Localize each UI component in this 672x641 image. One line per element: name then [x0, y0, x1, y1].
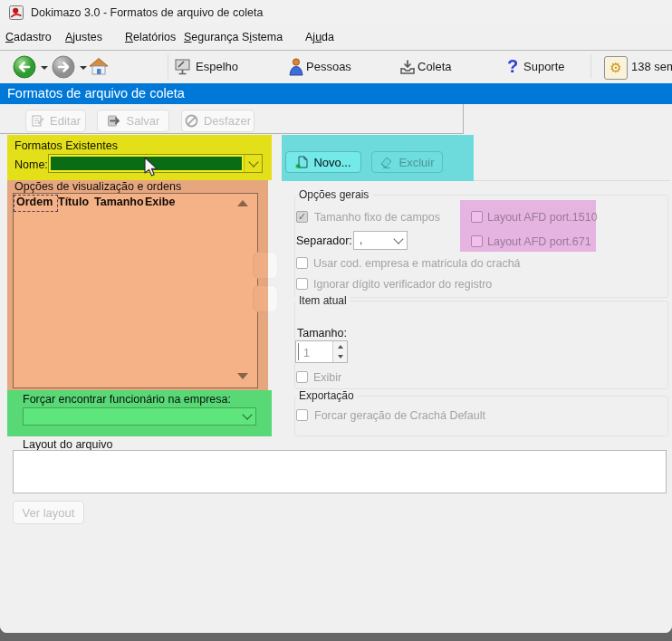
exibir-checkbox[interactable] — [296, 371, 308, 383]
chevron-down-icon — [393, 234, 403, 244]
forward-button[interactable] — [52, 55, 75, 79]
tamanho-fixo-checkbox[interactable]: ✓ — [296, 211, 308, 223]
desfazer-button[interactable]: Desfazer — [181, 110, 254, 132]
exportacao-label: Exportação — [295, 389, 358, 402]
ver-layout-button[interactable]: Ver layout — [13, 501, 84, 524]
separador-combobox-arrow[interactable] — [389, 232, 407, 249]
menu-seguranca[interactable]: Segurança — [184, 25, 238, 50]
list-col-titulo: Título — [58, 196, 89, 208]
toolbar-pessoas[interactable]: Pessoas — [306, 51, 351, 83]
menu-relatorios[interactable]: Relatórios — [125, 25, 176, 50]
toolbar-separator — [168, 54, 168, 79]
item-atual-label: Item atual — [295, 294, 350, 307]
mouse-cursor — [143, 157, 158, 178]
screen: Dokimazo 3.0 - Formatos de arquivo de co… — [0, 0, 672, 641]
opcoes-gerais-label: Opções gerais — [295, 188, 372, 201]
layout-671-checkbox[interactable] — [471, 235, 483, 247]
app-window: Dokimazo 3.0 - Formatos de arquivo de co… — [0, 0, 672, 633]
spinner-up-button[interactable] — [333, 341, 347, 352]
layout-arquivo-textarea[interactable] — [13, 450, 667, 493]
tamanho-value: 1 — [298, 343, 332, 360]
eraser-icon — [379, 155, 394, 169]
toolbar-coleta[interactable]: Coleta — [418, 51, 452, 83]
chevron-down-icon — [242, 409, 252, 419]
panel-divider — [474, 180, 670, 181]
usar-cod-label: Usar cod. empresa e matricula do crachá — [313, 257, 521, 270]
toolbar-status: 138 sem — [631, 51, 672, 83]
save-icon — [107, 114, 121, 128]
layout-671-label: Layout AFD port.671 — [487, 235, 591, 248]
ordem-list[interactable] — [13, 193, 258, 388]
nome-combobox-arrow[interactable] — [244, 155, 262, 172]
salvar-button[interactable]: Salvar — [97, 110, 169, 132]
main-content: Editar Salvar Desfazer Formatos Existent… — [0, 104, 672, 633]
usar-cod-checkbox[interactable] — [296, 257, 308, 269]
back-dropdown-caret[interactable] — [41, 66, 48, 70]
suporte-icon[interactable]: ? — [507, 56, 518, 77]
layout-arquivo-label: Layout do arquivo — [23, 438, 112, 451]
opcoes-visualizacao-label: Opções de visualização e ordens — [14, 180, 181, 193]
menu-cadastro[interactable]: Cadastro — [5, 25, 52, 50]
item-atual-groupbox — [294, 301, 668, 389]
pessoas-icon[interactable] — [287, 57, 305, 77]
toolbar-separator — [590, 54, 591, 79]
app-icon — [9, 5, 24, 20]
page-title: Formatos de arquivo de coleta — [0, 83, 672, 104]
funcionario-combobox[interactable] — [23, 407, 256, 426]
menu-sistema[interactable]: Sistema — [242, 25, 283, 50]
tamanho-fixo-label: Tamanho fixo de campos — [314, 211, 440, 224]
menu-ajuda[interactable]: Ajuda — [305, 25, 334, 50]
new-document-icon — [295, 155, 309, 169]
scroll-down-icon[interactable] — [237, 373, 248, 379]
move-down-button[interactable] — [253, 285, 278, 312]
funcionario-label: Forçar encontrar funcionário na empresa: — [23, 393, 231, 406]
editar-button[interactable]: Editar — [25, 110, 86, 132]
toolbar-suporte[interactable]: Suporte — [523, 51, 565, 83]
ignorar-digito-checkbox[interactable] — [296, 278, 308, 290]
excluir-button[interactable]: Excluir — [371, 151, 443, 173]
tamanho-spinner[interactable]: 1 — [295, 340, 348, 363]
funcionario-value — [24, 408, 238, 425]
espelho-icon[interactable] — [174, 58, 193, 77]
coleta-icon[interactable] — [398, 58, 417, 76]
gear-icon[interactable]: ⚙ — [604, 56, 628, 80]
chevron-down-icon — [248, 157, 258, 167]
forcar-geracao-checkbox[interactable] — [296, 409, 308, 421]
spinner-down-icon — [338, 355, 343, 359]
separador-combobox[interactable]: , — [353, 231, 408, 250]
novo-button[interactable]: Novo... — [285, 151, 361, 173]
funcionario-combobox-arrow[interactable] — [238, 408, 255, 425]
layout-1510-checkbox[interactable] — [471, 211, 483, 223]
toolbar: Espelho Pessoas Coleta ? Suporte ⚙ 138 s… — [0, 51, 672, 83]
separador-value: , — [354, 232, 389, 249]
separador-label: Separador: — [296, 234, 352, 247]
menu-bar: Cadastro Ajustes Relatórios Segurança Si… — [0, 25, 672, 51]
edit-icon — [31, 114, 44, 128]
window-title: Dokimazo 3.0 - Formatos de arquivo de co… — [31, 6, 263, 19]
exibir-label: Exibir — [313, 371, 341, 384]
layout-1510-label: Layout AFD port.1510 — [487, 211, 598, 224]
formatos-existentes-label: Formatos Existentes — [14, 139, 118, 152]
list-col-exibe: Exibe — [145, 196, 175, 208]
ignorar-digito-label: Ignorar dígito verificador do registro — [313, 278, 492, 291]
list-col-tamanho: Tamanho — [94, 196, 144, 208]
move-up-button[interactable] — [253, 252, 278, 279]
menu-ajustes[interactable]: Ajustes — [65, 25, 102, 50]
spinner-up-icon — [338, 345, 343, 349]
forcar-geracao-label: Forcar geração de Crachá Default — [314, 409, 485, 422]
forward-dropdown-caret[interactable] — [80, 66, 87, 70]
spinner-down-button[interactable] — [333, 352, 347, 363]
title-bar: Dokimazo 3.0 - Formatos de arquivo de co… — [0, 0, 672, 25]
undo-icon — [185, 114, 198, 128]
home-icon[interactable] — [88, 56, 110, 78]
back-button[interactable] — [13, 55, 36, 79]
list-col-ordem: Ordem — [16, 196, 53, 208]
tamanho-label: Tamanho: — [297, 327, 347, 340]
scroll-up-icon[interactable] — [237, 200, 248, 206]
nome-label: Nome: — [14, 158, 48, 171]
toolbar-espelho[interactable]: Espelho — [196, 51, 238, 83]
